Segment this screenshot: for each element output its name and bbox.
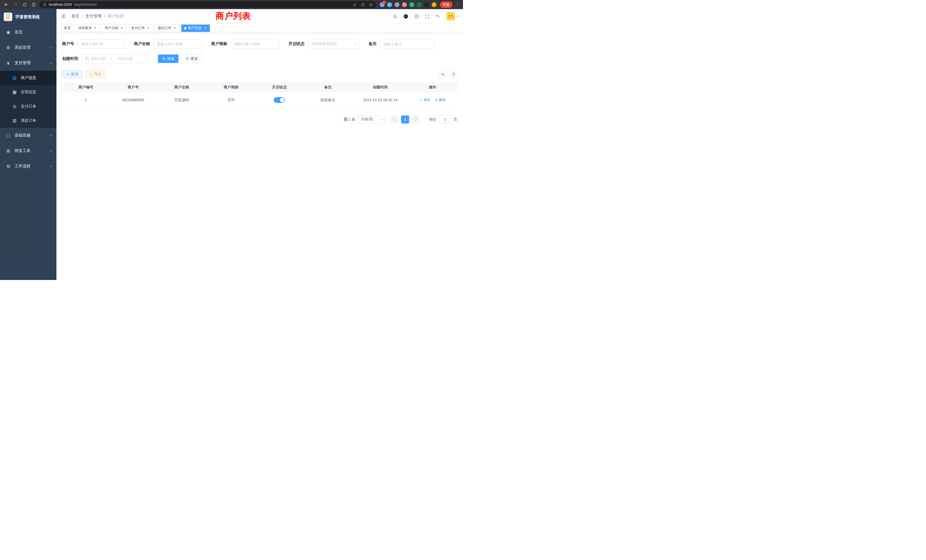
add-button[interactable]: 新增 [62, 70, 82, 78]
delete-button[interactable]: 删除 [435, 97, 446, 102]
refresh-table-button[interactable] [449, 70, 457, 78]
cell-merchant-no: M233666999 [109, 92, 157, 108]
navbar-actions: ? TT [393, 12, 458, 21]
tab-merchant-info[interactable]: 商户信息 × [181, 24, 210, 32]
browser-update-button[interactable]: 更新 [440, 2, 452, 8]
page-unit-label: 页 [454, 117, 457, 122]
sidebar-item-home[interactable]: ◉ 首页 [0, 24, 56, 40]
status-toggle[interactable] [274, 97, 285, 103]
sidebar-item-dev-tools[interactable]: ⊞ 研发工具 [0, 143, 56, 159]
page-content: 商户号 商户全称 商户简称 [56, 33, 463, 280]
tab-refund-order[interactable]: 退款订单 × [155, 24, 180, 32]
card-icon: ▤ [12, 75, 17, 80]
search-button[interactable]: 搜索 [158, 54, 179, 63]
grid-icon: ▦ [12, 89, 17, 95]
reset-button[interactable]: 重置 [181, 54, 202, 63]
star-icon[interactable] [369, 3, 373, 6]
chevron-down-icon [381, 118, 383, 120]
back-icon[interactable] [3, 1, 10, 8]
github-icon[interactable] [403, 14, 409, 19]
fullscreen-icon[interactable] [425, 14, 430, 19]
monitor-icon: ▢ [6, 133, 11, 138]
refresh-icon [186, 57, 189, 61]
prev-page-button[interactable] [390, 115, 398, 123]
next-page-button[interactable] [412, 115, 420, 123]
page-size-select[interactable]: 10条/页 [358, 115, 386, 123]
create-time-range-picker[interactable]: 开始日期 - 结束日期 [82, 54, 149, 63]
extension-badge: 10 [382, 1, 386, 4]
remark-input[interactable] [380, 39, 434, 48]
browser-menu-icon[interactable]: ⋮ [455, 2, 460, 7]
sidebar-logo[interactable]: 芋道管理系统 [0, 9, 56, 24]
ext-monkey-icon[interactable] [432, 2, 436, 7]
breadcrumb-current: 商户信息 [108, 14, 124, 19]
url-bar[interactable]: localhost:1024/pay/merchant [39, 1, 376, 8]
ext-green-circle-icon[interactable] [409, 2, 414, 7]
ext-dark-icon[interactable] [424, 2, 429, 7]
tab-pay-order[interactable]: 支付订单 × [128, 24, 153, 32]
chevron-down-icon [50, 134, 53, 136]
browser-chrome: localhost:1024/pay/merchant 10 更新 ⋮ [0, 0, 463, 9]
toggle-search-button[interactable] [439, 70, 447, 78]
url-host: localhost:1024 [49, 3, 72, 6]
share-icon[interactable] [361, 3, 365, 6]
key-icon[interactable] [353, 3, 357, 6]
close-icon[interactable]: × [173, 26, 177, 30]
download-icon [89, 73, 93, 76]
ext-sheet-icon[interactable] [417, 2, 422, 7]
merchant-table: 商户编号 商户号 商户全称 商户简称 开启状态 备注 创建时间 操作 1 M23… [62, 82, 457, 108]
sidebar-item-refund-order[interactable]: ▥ 退款订单 [0, 114, 56, 128]
date-separator: - [107, 57, 117, 61]
sidebar-item-merchant-info[interactable]: ▤ 商户信息 [0, 71, 56, 85]
edit-button[interactable]: 修改 [420, 97, 431, 102]
close-icon[interactable]: × [146, 26, 150, 30]
merchant-no-label: 商户号 [62, 41, 77, 47]
status-select[interactable]: 请选择开启状态 [308, 39, 360, 48]
breadcrumb-home[interactable]: 首页 [71, 14, 79, 19]
sidebar-item-payment[interactable]: ¥ 支付管理 [0, 55, 56, 71]
font-size-icon[interactable]: TT [435, 14, 441, 19]
chevron-left-icon [393, 118, 396, 121]
cell-merchant-id: 1 [62, 92, 109, 108]
sidebar-item-workflow[interactable]: ⧉ 工作流程 [0, 159, 56, 174]
help-icon[interactable]: ? [414, 14, 419, 19]
page-1-button[interactable]: 1 [401, 115, 409, 123]
target-icon: ◎ [12, 104, 17, 109]
merchant-short-input[interactable] [231, 39, 279, 48]
tab-process-form[interactable]: 流程表单 × [75, 24, 100, 32]
col-merchant-short: 商户简称 [206, 82, 256, 92]
dashboard-icon: ◉ [6, 30, 11, 35]
home-icon[interactable] [30, 1, 37, 8]
close-icon[interactable]: × [93, 26, 97, 30]
ext-pin-icon[interactable]: 10 [380, 2, 384, 7]
info-icon[interactable] [43, 3, 47, 6]
sidebar-item-system[interactable]: ⚙ 系统管理 [0, 40, 56, 55]
hamburger-icon[interactable] [61, 14, 66, 18]
cell-create-time: 2021-10-23 08:31:14 [353, 92, 408, 108]
tab-home[interactable]: 首页 [61, 24, 74, 32]
tab-user-group[interactable]: 用户分组 × [102, 24, 127, 32]
goto-label: 前往 [429, 117, 436, 122]
navbar: 首页 / 支付管理 / 商户信息 ? T [56, 9, 463, 23]
merchant-name-input[interactable] [153, 39, 202, 48]
user-avatar[interactable] [446, 12, 458, 21]
merchant-no-input[interactable] [77, 39, 125, 48]
col-status: 开启状态 [256, 82, 303, 92]
search-icon[interactable] [393, 14, 398, 19]
goto-page-input[interactable] [439, 115, 451, 123]
ext-blue-icon[interactable] [387, 2, 392, 7]
sidebar-item-infrastructure[interactable]: ▢ 基础设施 [0, 128, 56, 143]
caret-down-icon [457, 15, 459, 17]
export-button[interactable]: 导出 [85, 70, 106, 78]
close-icon[interactable]: × [203, 26, 207, 30]
close-icon[interactable]: × [120, 26, 124, 30]
pencil-icon [420, 98, 423, 101]
reload-icon[interactable] [21, 1, 28, 8]
avatar-image [446, 12, 455, 21]
ext-gray-icon[interactable] [395, 2, 399, 7]
breadcrumb-payment[interactable]: 支付管理 [86, 14, 101, 19]
sidebar-item-pay-order[interactable]: ◎ 支付订单 [0, 99, 56, 114]
forward-icon[interactable] [12, 1, 19, 8]
sidebar-item-app-info[interactable]: ▦ 应用信息 [0, 85, 56, 99]
ext-pink-icon[interactable] [402, 2, 407, 7]
